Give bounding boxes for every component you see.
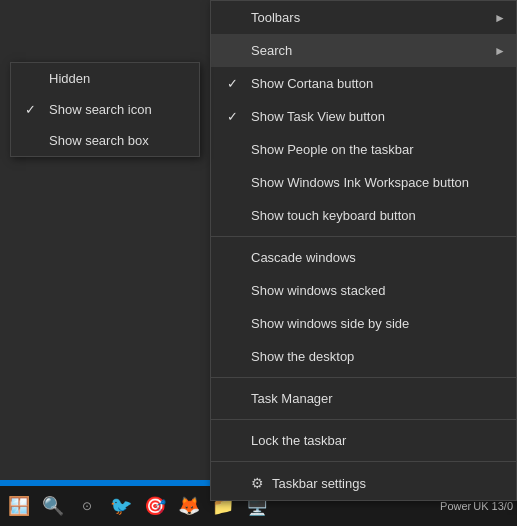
menu-label-taskbarsettings: Taskbar settings [272, 476, 366, 491]
flyout-label-hidden: Hidden [49, 71, 90, 86]
menu-item-show-ink[interactable]: Show Windows Ink Workspace button [211, 166, 516, 199]
menu-item-sidebyside[interactable]: Show windows side by side [211, 307, 516, 340]
taskbar-icon-search[interactable]: 🔍 [38, 491, 68, 521]
flyout-label-show-search-icon: Show search icon [49, 102, 152, 117]
menu-label-show-taskview: Show Task View button [251, 109, 385, 124]
menu-label-locktaskbar: Lock the taskbar [251, 433, 346, 448]
taskbar-icon-twitter[interactable]: 🐦 [106, 491, 136, 521]
check-cortana: ✓ [227, 76, 247, 91]
flyout-label-show-search-box: Show search box [49, 133, 149, 148]
menu-label-cascade: Cascade windows [251, 250, 356, 265]
menu-item-cascade[interactable]: Cascade windows [211, 241, 516, 274]
menu-item-locktaskbar[interactable]: Lock the taskbar [211, 424, 516, 457]
separator-4 [211, 461, 516, 462]
taskbar-icon-app1[interactable]: 🎯 [140, 491, 170, 521]
arrow-search: ► [494, 44, 506, 58]
menu-label-taskmanager: Task Manager [251, 391, 333, 406]
menu-item-taskmanager[interactable]: Task Manager [211, 382, 516, 415]
search-flyout: Hidden ✓ Show search icon Show search bo… [10, 62, 200, 157]
check-show-search-icon: ✓ [25, 102, 43, 117]
menu-item-search[interactable]: Search ► [211, 34, 516, 67]
menu-label-search: Search [251, 43, 292, 58]
menu-label-show-touch: Show touch keyboard button [251, 208, 416, 223]
separator-2 [211, 377, 516, 378]
taskbar-icon-app2[interactable]: 🦊 [174, 491, 204, 521]
menu-item-taskbarsettings[interactable]: ⚙ Taskbar settings [211, 466, 516, 500]
taskbar-icon-start[interactable]: 🪟 [4, 491, 34, 521]
menu-item-show-touch[interactable]: Show touch keyboard button [211, 199, 516, 232]
menu-item-show-cortana[interactable]: ✓ Show Cortana button [211, 67, 516, 100]
flyout-item-show-search-box[interactable]: Show search box [11, 125, 199, 156]
taskbar-icon-cortana[interactable]: ⊙ [72, 491, 102, 521]
menu-label-show-ink: Show Windows Ink Workspace button [251, 175, 469, 190]
menu-label-desktop: Show the desktop [251, 349, 354, 364]
menu-label-show-cortana: Show Cortana button [251, 76, 373, 91]
menu-label-sidebyside: Show windows side by side [251, 316, 409, 331]
gear-icon: ⚙ [251, 475, 264, 491]
arrow-toolbars: ► [494, 11, 506, 25]
taskbar-power-label: Power [440, 500, 471, 512]
flyout-item-show-search-icon[interactable]: ✓ Show search icon [11, 94, 199, 125]
context-menu: Toolbars ► Search ► ✓ Show Cortana butto… [210, 0, 517, 501]
check-taskview: ✓ [227, 109, 247, 124]
taskbar-system-info: UK 13/0 [473, 500, 513, 512]
menu-item-show-people[interactable]: Show People on the taskbar [211, 133, 516, 166]
menu-item-stacked[interactable]: Show windows stacked [211, 274, 516, 307]
menu-label-stacked: Show windows stacked [251, 283, 385, 298]
menu-item-show-taskview[interactable]: ✓ Show Task View button [211, 100, 516, 133]
menu-item-desktop[interactable]: Show the desktop [211, 340, 516, 373]
menu-item-toolbars[interactable]: Toolbars ► [211, 1, 516, 34]
flyout-item-hidden[interactable]: Hidden [11, 63, 199, 94]
taskbar-system-tray: Power UK 13/0 [440, 500, 517, 512]
separator-3 [211, 419, 516, 420]
separator-1 [211, 236, 516, 237]
menu-label-toolbars: Toolbars [251, 10, 300, 25]
menu-label-show-people: Show People on the taskbar [251, 142, 414, 157]
